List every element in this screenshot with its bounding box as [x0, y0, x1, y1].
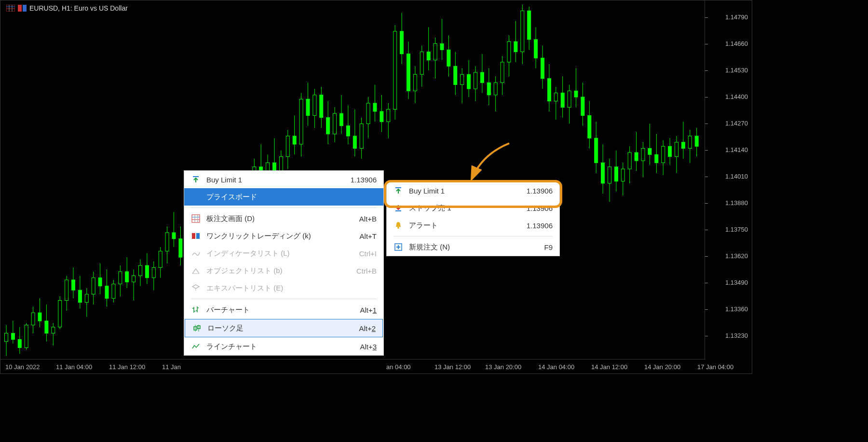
svg-rect-25 [85, 294, 88, 303]
object-icon [191, 266, 201, 276]
svg-rect-125 [420, 52, 423, 74]
svg-rect-157 [528, 11, 531, 40]
svg-rect-27 [92, 278, 95, 294]
up-arrow-icon [393, 186, 403, 195]
svg-rect-13 [45, 321, 48, 333]
depth-of-market-icon [6, 5, 15, 12]
menu-item-label: インディケータリスト (L) [206, 249, 353, 258]
svg-rect-115 [387, 110, 390, 122]
svg-rect-149 [501, 62, 504, 83]
time-tick: 14 Jan 20:00 [644, 363, 680, 371]
context-menu-item-0[interactable]: Buy Limit 11.13906 [184, 171, 383, 188]
svg-rect-135 [454, 66, 457, 84]
svg-rect-201 [675, 142, 678, 157]
time-tick: 10 Jan 2022 [5, 363, 40, 371]
menu-item-label: プライスボード [206, 193, 377, 202]
svg-rect-29 [98, 278, 102, 286]
svg-rect-117 [393, 31, 397, 110]
price-tick: 1.13230 [725, 332, 748, 339]
time-tick: 11 Jan 12:00 [109, 363, 145, 371]
svg-rect-119 [400, 31, 404, 54]
submenu[interactable]: Buy Limit 11.13906ストップ売 11.13906アラート1.13… [386, 181, 560, 256]
time-tick: 14 Jan 04:00 [538, 363, 574, 371]
svg-rect-171 [574, 91, 578, 97]
svg-rect-23 [78, 290, 81, 303]
svg-rect-47 [159, 251, 162, 267]
svg-rect-165 [554, 93, 557, 101]
svg-rect-221 [192, 233, 195, 239]
svg-rect-207 [695, 136, 698, 146]
oneclick-icon [191, 231, 201, 241]
line-icon [191, 342, 201, 351]
svg-rect-181 [608, 167, 611, 183]
svg-rect-123 [413, 74, 417, 91]
context-menu-item-6: オブジェクトリスト (b)Ctrl+B [184, 262, 383, 279]
svg-rect-11 [38, 313, 41, 321]
svg-rect-87 [293, 136, 296, 144]
svg-rect-53 [179, 239, 182, 257]
svg-rect-216 [192, 215, 200, 222]
svg-rect-193 [648, 149, 651, 155]
price-tick: 1.14270 [725, 120, 748, 127]
svg-rect-113 [380, 111, 383, 122]
context-menu-item-9[interactable]: バーチャートAlt+1 [184, 301, 383, 318]
svg-rect-9 [31, 313, 35, 325]
menu-item-shortcut: 1.13906 [527, 187, 553, 195]
plus-icon [393, 242, 403, 252]
svg-rect-161 [541, 58, 544, 79]
svg-rect-205 [688, 136, 692, 149]
menu-item-label: ラインチャート [206, 342, 354, 351]
svg-rect-81 [273, 163, 276, 171]
svg-rect-195 [655, 154, 658, 163]
svg-rect-31 [105, 286, 108, 299]
menu-item-shortcut: Ctrl+I [359, 249, 377, 258]
context-menu-item-5: インディケータリスト (L)Ctrl+I [184, 245, 383, 262]
menu-item-label: 新規注文 (N) [409, 243, 538, 252]
context-menu-item-1[interactable]: プライスボード [184, 188, 383, 206]
menu-item-shortcut: Alt+B [359, 215, 377, 223]
context-menu-item-10[interactable]: ローソク足Alt+2 [185, 319, 383, 337]
price-tick: 1.14400 [725, 93, 748, 100]
expert-icon [191, 283, 201, 293]
price-tick: 1.14140 [725, 146, 748, 153]
svg-rect-222 [196, 233, 200, 239]
svg-rect-17 [58, 301, 62, 327]
svg-rect-51 [172, 233, 176, 239]
svg-rect-15 [52, 327, 55, 333]
menu-separator [191, 299, 377, 299]
chart-title: EURUSD, H1: Euro vs US Dollar [29, 4, 128, 12]
context-menu-item-4[interactable]: ワンクリックトレーディング (k)Alt+T [184, 227, 383, 245]
price-tick: 1.13620 [725, 252, 748, 260]
time-tick: 11 Jan 04:00 [56, 363, 92, 371]
svg-rect-33 [112, 284, 115, 298]
svg-rect-183 [614, 167, 618, 181]
submenu-item-0[interactable]: Buy Limit 11.13906 [387, 182, 559, 199]
down-arrow-icon [393, 203, 403, 213]
svg-rect-83 [279, 157, 283, 171]
svg-rect-185 [621, 169, 624, 181]
menu-item-label: ローソク足 [207, 324, 353, 333]
svg-rect-19 [65, 280, 68, 301]
svg-rect-97 [326, 118, 330, 134]
context-menu-item-11[interactable]: ラインチャートAlt+3 [184, 338, 383, 355]
menu-item-label: オブジェクトリスト (b) [206, 266, 351, 276]
svg-rect-153 [514, 41, 517, 52]
context-menu-item-3[interactable]: 板注文画面 (D)Alt+B [184, 210, 383, 227]
svg-rect-105 [353, 136, 356, 149]
svg-rect-41 [139, 265, 142, 276]
submenu-item-4[interactable]: 新規注文 (N)F9 [387, 238, 559, 256]
time-tick: 13 Jan 20:00 [485, 363, 521, 371]
menu-item-label: 板注文画面 (D) [206, 214, 353, 223]
menu-separator [393, 236, 553, 236]
submenu-item-2[interactable]: アラート1.13906 [387, 217, 559, 234]
svg-rect-103 [346, 126, 350, 136]
svg-rect-163 [547, 79, 551, 101]
menu-item-shortcut: F9 [544, 243, 553, 251]
context-menu[interactable]: Buy Limit 11.13906プライスボード板注文画面 (D)Alt+Bワ… [184, 170, 384, 356]
submenu-item-1[interactable]: ストップ売 11.13906 [387, 199, 559, 217]
svg-rect-3 [11, 333, 14, 340]
svg-rect-143 [480, 72, 484, 83]
svg-rect-145 [487, 83, 490, 95]
svg-point-237 [397, 227, 399, 229]
menu-item-shortcut: Alt+3 [360, 343, 377, 351]
